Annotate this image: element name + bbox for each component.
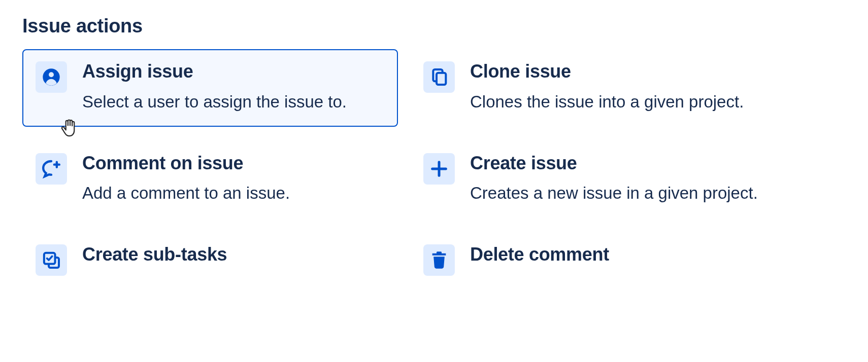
action-create-sub-tasks[interactable]: Create sub-tasks (22, 232, 398, 288)
action-delete-comment[interactable]: Delete comment (410, 232, 786, 288)
section-heading: Issue actions (22, 15, 846, 37)
action-comment-on-issue[interactable]: Comment on issue Add a comment to an iss… (22, 141, 398, 219)
subtask-icon (36, 244, 67, 276)
action-text: Assign issue Select a user to assign the… (82, 61, 385, 115)
action-text: Create issue Creates a new issue in a gi… (470, 153, 773, 206)
action-title: Comment on issue (82, 153, 385, 173)
svg-rect-3 (437, 73, 446, 85)
action-title: Assign issue (82, 61, 385, 82)
action-text: Comment on issue Add a comment to an iss… (82, 153, 385, 206)
action-create-issue[interactable]: Create issue Creates a new issue in a gi… (410, 141, 786, 219)
action-clone-issue[interactable]: Clone issue Clones the issue into a give… (410, 49, 786, 127)
plus-icon (423, 153, 455, 185)
action-title: Clone issue (470, 61, 773, 82)
action-text: Delete comment (470, 244, 773, 272)
comment-plus-icon (36, 153, 67, 185)
action-title: Delete comment (470, 244, 773, 265)
trash-icon (423, 244, 455, 276)
action-desc: Clones the issue into a given project. (470, 89, 773, 115)
action-assign-issue[interactable]: Assign issue Select a user to assign the… (22, 49, 398, 127)
action-text: Create sub-tasks (82, 244, 385, 272)
action-desc: Creates a new issue in a given project. (470, 180, 773, 206)
action-desc: Add a comment to an issue. (82, 180, 385, 206)
hand-cursor-icon (59, 117, 81, 139)
action-title: Create issue (470, 153, 773, 173)
person-circle-icon (36, 61, 67, 93)
action-text: Clone issue Clones the issue into a give… (470, 61, 773, 115)
svg-point-1 (49, 72, 54, 77)
action-title: Create sub-tasks (82, 244, 385, 265)
issue-actions-grid: Assign issue Select a user to assign the… (22, 49, 846, 288)
action-desc: Select a user to assign the issue to. (82, 89, 385, 115)
copy-icon (423, 61, 455, 93)
